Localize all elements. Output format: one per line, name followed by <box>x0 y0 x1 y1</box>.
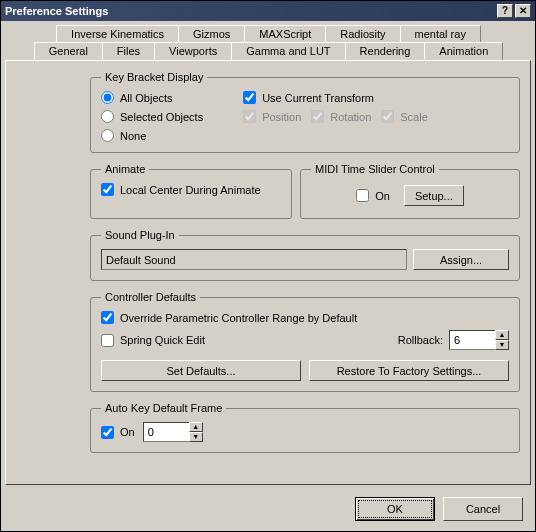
tab-strip: Inverse Kinematics Gizmos MAXScript Radi… <box>1 21 535 60</box>
autokey-frame-spinner[interactable]: ▲ ▼ <box>143 422 203 442</box>
check-override-parametric[interactable]: Override Parametric Controller Range by … <box>101 311 509 324</box>
preferences-window: Preference Settings ? ✕ Inverse Kinemati… <box>0 0 536 532</box>
rollback-spinner[interactable]: ▲ ▼ <box>449 330 509 350</box>
check-use-current-transform[interactable]: Use Current Transform <box>243 91 428 104</box>
radio-selected-objects[interactable]: Selected Objects <box>101 110 203 123</box>
tab-mental-ray[interactable]: mental ray <box>400 25 481 42</box>
group-controller-legend: Controller Defaults <box>101 291 200 303</box>
tab-inverse-kinematics[interactable]: Inverse Kinematics <box>56 25 179 42</box>
radio-all-objects[interactable]: All Objects <box>101 91 203 104</box>
dialog-footer: OK Cancel <box>1 489 535 531</box>
group-sound-legend: Sound Plug-In <box>101 229 179 241</box>
tab-panel-animation: Key Bracket Display All Objects Selected… <box>5 60 531 485</box>
tab-gamma-lut[interactable]: Gamma and LUT <box>231 42 345 60</box>
autokey-up-icon[interactable]: ▲ <box>189 422 203 432</box>
check-spring-quick-edit[interactable]: Spring Quick Edit <box>101 334 205 347</box>
check-position: Position <box>243 110 301 123</box>
tab-radiosity[interactable]: Radiosity <box>325 25 400 42</box>
rollback-input[interactable] <box>449 330 495 350</box>
check-autokey-on[interactable]: On <box>101 426 135 439</box>
group-auto-key-legend: Auto Key Default Frame <box>101 402 226 414</box>
group-animate-legend: Animate <box>101 163 149 175</box>
tab-maxscript[interactable]: MAXScript <box>244 25 326 42</box>
close-icon[interactable]: ✕ <box>515 4 531 18</box>
group-animate: Animate Local Center During Animate <box>90 163 292 219</box>
autokey-frame-input[interactable] <box>143 422 189 442</box>
rollback-down-icon[interactable]: ▼ <box>495 340 509 350</box>
tab-viewports[interactable]: Viewports <box>154 42 232 60</box>
restore-factory-button[interactable]: Restore To Factory Settings... <box>309 360 509 381</box>
rollback-up-icon[interactable]: ▲ <box>495 330 509 340</box>
cancel-button[interactable]: Cancel <box>443 497 523 521</box>
tab-general[interactable]: General <box>34 42 103 60</box>
help-icon[interactable]: ? <box>497 4 513 18</box>
window-title: Preference Settings <box>5 5 495 17</box>
group-sound: Sound Plug-In Assign... <box>90 229 520 281</box>
ok-button[interactable]: OK <box>355 497 435 521</box>
sound-plugin-field <box>101 249 407 270</box>
check-scale: Scale <box>381 110 428 123</box>
group-key-bracket: Key Bracket Display All Objects Selected… <box>90 71 520 153</box>
midi-setup-button[interactable]: Setup... <box>404 185 464 206</box>
tab-rendering[interactable]: Rendering <box>345 42 426 60</box>
autokey-down-icon[interactable]: ▼ <box>189 432 203 442</box>
group-midi-legend: MIDI Time Slider Control <box>311 163 439 175</box>
group-midi: MIDI Time Slider Control On Setup... <box>300 163 520 219</box>
group-controller-defaults: Controller Defaults Override Parametric … <box>90 291 520 392</box>
rollback-label: Rollback: <box>398 334 443 346</box>
tab-files[interactable]: Files <box>102 42 155 60</box>
radio-none[interactable]: None <box>101 129 203 142</box>
set-defaults-button[interactable]: Set Defaults... <box>101 360 301 381</box>
check-local-center[interactable]: Local Center During Animate <box>101 183 281 196</box>
tab-animation[interactable]: Animation <box>424 42 503 60</box>
group-auto-key: Auto Key Default Frame On ▲ ▼ <box>90 402 520 453</box>
tab-gizmos[interactable]: Gizmos <box>178 25 245 42</box>
titlebar: Preference Settings ? ✕ <box>1 1 535 21</box>
group-key-bracket-legend: Key Bracket Display <box>101 71 207 83</box>
sound-assign-button[interactable]: Assign... <box>413 249 509 270</box>
check-midi-on[interactable]: On <box>356 189 390 202</box>
check-rotation: Rotation <box>311 110 371 123</box>
